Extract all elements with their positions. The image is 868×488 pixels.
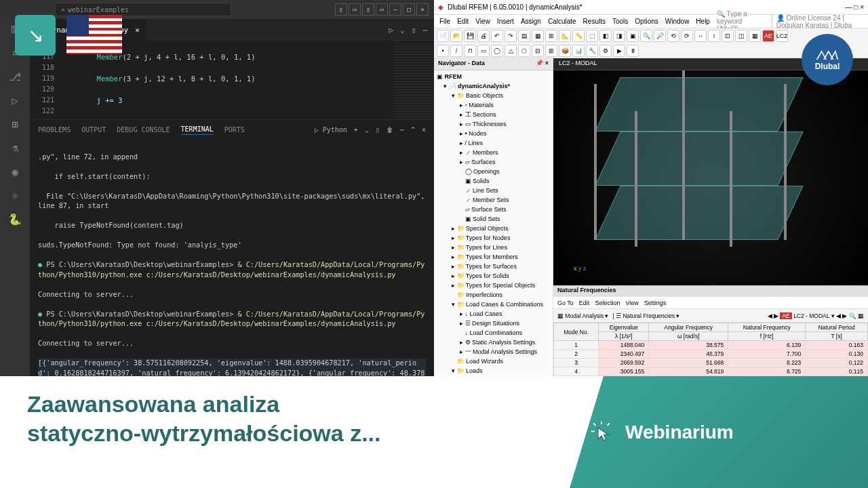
menu-results[interactable]: Results: [583, 18, 606, 25]
vscode-window: ⌕ webinarExamples ▯ ▭ ▯ ▭ — □ × 🗎 ⌕ ⎇ ▷ …: [0, 0, 434, 376]
toolbar-button[interactable]: 📏: [572, 30, 585, 42]
tab-debug-console[interactable]: DEBUG CONSOLE: [117, 126, 170, 134]
more-icon[interactable]: ⋯: [422, 26, 427, 35]
toolbar-button[interactable]: LC2: [776, 30, 788, 42]
gitlens-icon[interactable]: ◉: [12, 165, 18, 178]
toolbar-button[interactable]: ↕: [708, 30, 720, 42]
split-terminal-icon[interactable]: ▯: [376, 126, 380, 134]
toolbar-button[interactable]: 🔎: [654, 30, 666, 42]
layout-icon[interactable]: ▯: [335, 3, 347, 16]
close-panel-icon[interactable]: ×: [422, 126, 426, 134]
freq-selection[interactable]: Selection: [595, 300, 620, 306]
freq-edit[interactable]: Edit: [579, 300, 590, 306]
toolbar-button[interactable]: ▦: [532, 30, 544, 42]
tab-output[interactable]: OUTPUT: [81, 126, 106, 134]
toolbar-button[interactable]: 🔧: [586, 45, 598, 57]
run-icon[interactable]: ▷: [389, 26, 394, 35]
menu-help[interactable]: Help: [696, 18, 710, 25]
toolbar-button[interactable]: ⬚: [586, 30, 598, 42]
toolbar-button[interactable]: 📄: [437, 30, 449, 42]
menu-file[interactable]: File: [439, 18, 450, 25]
debug-icon[interactable]: ▷: [12, 94, 18, 107]
table-row: 22340.49748.3797.7000.130: [554, 350, 868, 359]
toolbar-button[interactable]: ▭: [477, 45, 490, 57]
frequencies-table[interactable]: Mode No. Eigenvalue Angular Frequency Na…: [553, 323, 868, 376]
toolbar-button[interactable]: ◨: [613, 30, 625, 42]
toolbar-button[interactable]: ▦: [749, 30, 761, 42]
close-tab-icon[interactable]: ×: [135, 26, 140, 35]
toolbar-button[interactable]: ⊟: [532, 45, 544, 57]
toolbar-button[interactable]: ↷: [505, 30, 517, 42]
toolbar-button[interactable]: ⚙: [599, 45, 612, 57]
freq-goto[interactable]: Go To: [557, 300, 574, 306]
toolbar-button[interactable]: 📂: [450, 30, 462, 42]
more-icon[interactable]: ⋯: [400, 126, 404, 134]
extensions-icon[interactable]: ⊞: [12, 118, 18, 131]
toolbar-button[interactable]: ▣: [627, 30, 639, 42]
toolbar-button[interactable]: ↶: [491, 30, 503, 42]
menu-insert[interactable]: Insert: [497, 18, 514, 25]
model-tree[interactable]: ▣ RFEM ▾ 📄 dynamicAnalysis* ▾ 📁 Basic Ob…: [434, 70, 553, 376]
menu-assign[interactable]: Assign: [521, 18, 541, 25]
layout-icon[interactable]: ▯: [362, 3, 374, 16]
terminal-kernel[interactable]: ▷ Python: [315, 126, 347, 134]
toolbar-button[interactable]: ▤: [518, 30, 530, 42]
layout-controls[interactable]: ▯ ▭ ▯ ▭ — □ ×: [335, 3, 429, 16]
toolbar-button[interactable]: AE: [762, 30, 774, 42]
minimap[interactable]: [393, 41, 434, 119]
toolbar-button[interactable]: ◧: [599, 30, 612, 42]
menu-tools[interactable]: Tools: [612, 18, 628, 25]
toolbar-button[interactable]: ⊡: [722, 30, 734, 42]
close-icon[interactable]: ×: [416, 3, 429, 16]
add-terminal-icon[interactable]: +: [354, 126, 358, 134]
toolbar-button[interactable]: ⊓: [464, 45, 476, 57]
toolbar-button[interactable]: 📐: [559, 30, 571, 42]
3d-viewport[interactable]: x y z: [553, 70, 868, 285]
freq-view[interactable]: View: [625, 300, 638, 306]
toolbar-button[interactable]: ⊞: [545, 45, 557, 57]
table-row: 11488.04038.5756.1390.163: [554, 341, 868, 350]
terminal[interactable]: .py", line 72, in append if self.start(c…: [30, 140, 434, 376]
menu-window[interactable]: Window: [665, 18, 690, 25]
tab-problems[interactable]: PROBLEMS: [38, 126, 71, 134]
app-icon: ◆: [438, 3, 443, 11]
vscode-search[interactable]: ⌕ webinarExamples: [55, 3, 231, 16]
toolbar-button[interactable]: /: [450, 45, 462, 57]
toolbar-button[interactable]: ⟳: [681, 30, 693, 42]
toolbar-button[interactable]: ◫: [735, 30, 747, 42]
freq-settings[interactable]: Settings: [644, 300, 667, 306]
layout-icon[interactable]: ▭: [349, 3, 361, 16]
testing-icon[interactable]: ⚗: [12, 142, 18, 155]
toolbar-button[interactable]: ◯: [491, 45, 503, 57]
toolbar-button[interactable]: ▶: [613, 45, 625, 57]
menu-edit[interactable]: Edit: [457, 18, 469, 25]
split-icon[interactable]: ▯: [412, 26, 416, 35]
layout-icon[interactable]: ▭: [376, 3, 388, 16]
toolbar-button[interactable]: ⊞: [545, 30, 557, 42]
menu-calculate[interactable]: Calculate: [548, 18, 576, 25]
toolbar-button[interactable]: 💾: [464, 30, 476, 42]
corner-badge: ↘: [15, 15, 56, 56]
toolbar-button[interactable]: ⏸: [627, 45, 639, 57]
toolbar-button[interactable]: ↔: [694, 30, 707, 42]
toolbar-button[interactable]: 📦: [559, 45, 571, 57]
pin-icon[interactable]: 📌 ×: [536, 60, 549, 68]
maximize-icon[interactable]: □: [403, 3, 415, 16]
tab-ports[interactable]: PORTS: [224, 126, 245, 134]
toolbar-button[interactable]: △: [505, 45, 517, 57]
minimize-icon[interactable]: —: [389, 3, 401, 16]
trash-icon[interactable]: 🗑: [387, 126, 393, 134]
python-icon[interactable]: 🐍: [8, 213, 22, 226]
toolbar-button[interactable]: 🔍: [640, 30, 652, 42]
menu-options[interactable]: Options: [635, 18, 658, 25]
tab-terminal[interactable]: TERMINAL: [181, 125, 214, 135]
toolbar-button[interactable]: ⬡: [518, 45, 530, 57]
menu-view[interactable]: View: [475, 18, 490, 25]
toolbar-button[interactable]: •: [437, 45, 449, 57]
atom-icon[interactable]: ⚛: [12, 189, 18, 202]
toolbar-button[interactable]: 🖨: [477, 30, 490, 42]
maximize-panel-icon[interactable]: ^: [411, 126, 415, 134]
toolbar-button[interactable]: ⟲: [667, 30, 679, 42]
toolbar-button[interactable]: 📊: [572, 45, 585, 57]
scm-icon[interactable]: ⎇: [9, 70, 21, 83]
